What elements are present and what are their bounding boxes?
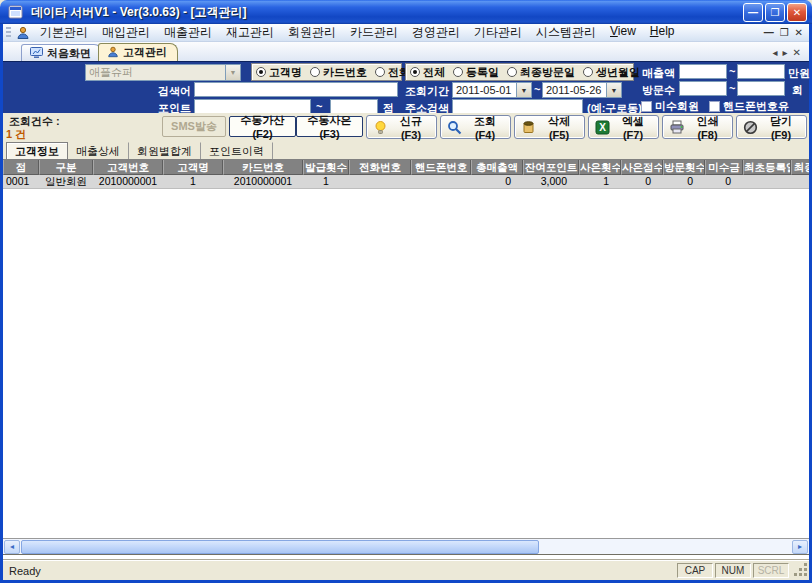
menu-item[interactable]: 시스템관리 xyxy=(529,23,603,42)
menu-item[interactable]: 매출관리 xyxy=(157,23,219,42)
column-header[interactable]: 미수금 xyxy=(705,160,743,175)
menu-item[interactable]: View xyxy=(603,23,643,42)
column-header[interactable]: 핸드폰번호 xyxy=(411,160,471,175)
tab-close-button[interactable]: ✕ xyxy=(793,47,801,58)
scroll-right-icon[interactable]: ▸ xyxy=(792,540,808,554)
menu-item[interactable]: 매입관리 xyxy=(95,23,157,42)
checkbox-label: 핸드폰번호유 xyxy=(723,99,789,114)
menu-item[interactable]: 기타관리 xyxy=(467,23,529,42)
column-header[interactable]: 최종방문일 xyxy=(791,160,809,175)
store-select-value: 애플슈퍼 xyxy=(86,65,225,80)
mdi-minimize-button[interactable]: — xyxy=(764,26,774,40)
visits-to-input[interactable] xyxy=(737,81,785,96)
detail-tab[interactable]: 매출상세 xyxy=(68,142,129,159)
column-header[interactable]: 고객명 xyxy=(163,160,223,175)
toolbar-button-4[interactable]: 신규(F3) xyxy=(366,115,437,139)
title-bar[interactable]: 데이타 서버V1 - Ver(3.0.63) - [고객관리] — ❐ ✕ xyxy=(0,0,812,24)
chevron-down-icon[interactable]: ▼ xyxy=(516,83,531,97)
filter-checkbox-item[interactable]: 핸드폰번호유 xyxy=(709,99,789,114)
minimize-button[interactable]: — xyxy=(743,3,763,22)
toolbar-button-2[interactable]: 수동가산(F2) xyxy=(229,116,296,137)
period-type-radio-option[interactable]: 등록일 xyxy=(453,65,499,80)
toolbar-button-label: 인쇄(F8) xyxy=(689,114,726,141)
column-header[interactable]: 총매출액 xyxy=(471,160,523,175)
toolbar-button-6[interactable]: 삭제(F5) xyxy=(514,115,585,139)
visits-from-input[interactable] xyxy=(679,81,727,96)
date-to-select[interactable]: 2011-05-26 ▼ xyxy=(542,82,622,98)
column-header[interactable]: 방문횟수 xyxy=(663,160,705,175)
column-header[interactable]: 카드번호 xyxy=(223,160,303,175)
date-from-select[interactable]: 2011-05-01 ▼ xyxy=(452,82,532,98)
point-to-input[interactable] xyxy=(330,99,378,114)
horizontal-scrollbar[interactable]: ◂ ▸ xyxy=(3,538,809,554)
toolbar-button-7[interactable]: X엑셀(F7) xyxy=(588,115,659,139)
menu-item[interactable]: 카드관리 xyxy=(343,23,405,42)
chevron-down-icon[interactable]: ▼ xyxy=(606,83,621,97)
detail-tab[interactable]: 포인트이력 xyxy=(201,142,273,159)
resize-grip[interactable] xyxy=(795,563,809,579)
column-header[interactable]: 사은횟수 xyxy=(579,160,621,175)
toolbar-button-label: 조회(F4) xyxy=(466,114,504,141)
checkbox-icon[interactable] xyxy=(709,101,720,112)
toolbar-button-9[interactable]: 닫기(F9) xyxy=(736,115,807,139)
period-type-radio-option[interactable]: 전체 xyxy=(410,65,445,80)
toolbar-button-8[interactable]: 인쇄(F8) xyxy=(662,115,733,139)
toolbar-button-1: SMS발송 xyxy=(162,116,226,137)
menu-item[interactable]: 기본관리 xyxy=(33,23,95,42)
sales-to-input[interactable] xyxy=(737,64,785,79)
person-icon xyxy=(16,26,30,40)
excel-icon: X xyxy=(595,120,610,135)
checkbox-icon[interactable] xyxy=(641,101,652,112)
column-header[interactable]: 점 xyxy=(3,160,39,175)
menu-item[interactable]: 재고관리 xyxy=(219,23,281,42)
status-message: Ready xyxy=(3,565,677,577)
toolbar-button-5[interactable]: 조회(F4) xyxy=(440,115,511,139)
table-cell: 0 xyxy=(471,175,523,188)
close-button[interactable]: ✕ xyxy=(787,3,807,22)
scrollbar-thumb[interactable] xyxy=(21,540,539,554)
menu-item[interactable]: 회원관리 xyxy=(281,23,343,42)
address-search-input[interactable] xyxy=(452,99,583,114)
radio-icon xyxy=(507,67,517,77)
menu-item[interactable]: Help xyxy=(643,23,682,42)
mdi-tab-bar: 처음화면 고객관리 ◂ ▸ ✕ xyxy=(3,42,809,61)
column-header[interactable]: 잔여포인트 xyxy=(523,160,579,175)
column-header[interactable]: 사은점수 xyxy=(621,160,663,175)
detail-tab[interactable]: 고객정보 xyxy=(6,142,68,159)
detail-tab[interactable]: 회원별합계 xyxy=(129,142,201,159)
mdi-restore-button[interactable]: ❐ xyxy=(780,26,789,40)
tab-scroll-right-button[interactable]: ▸ xyxy=(783,47,788,58)
period-type-radio-option[interactable]: 생년월일 xyxy=(583,65,640,80)
tab-home[interactable]: 처음화면 xyxy=(21,44,102,61)
status-indicator-cap: CAP xyxy=(677,563,713,578)
search-type-radio-label: 고객명 xyxy=(269,65,302,80)
search-type-radio-option[interactable]: 고객명 xyxy=(256,65,302,80)
menu-item[interactable]: 경영관리 xyxy=(405,23,467,42)
column-header[interactable]: 발급횟수 xyxy=(303,160,349,175)
column-header[interactable]: 전화번호 xyxy=(349,160,411,175)
window-frame: 기본관리매입관리매출관리재고관리회원관리카드관리경영관리기타관리시스템관리Vie… xyxy=(0,24,812,583)
toolbar-button-3[interactable]: 수동사은(F3) xyxy=(296,116,363,137)
table-cell: 0 xyxy=(663,175,705,188)
toolbar-button-label: 삭제(F5) xyxy=(540,114,578,141)
point-from-input[interactable] xyxy=(194,99,311,114)
print-icon xyxy=(669,120,685,135)
table-row[interactable]: 0001일반회원201000000112010000001103,0001000 xyxy=(3,175,809,189)
search-type-radio-option[interactable]: 카드번호 xyxy=(310,65,367,80)
mdi-close-button[interactable]: ✕ xyxy=(795,26,803,40)
menu-items: 기본관리매입관리매출관리재고관리회원관리카드관리경영관리기타관리시스템관리Vie… xyxy=(33,23,682,42)
table-cell xyxy=(743,175,791,188)
column-header[interactable]: 고객번호 xyxy=(93,160,163,175)
svg-text:X: X xyxy=(599,122,606,133)
restore-button[interactable]: ❐ xyxy=(765,3,785,22)
sales-from-input[interactable] xyxy=(679,64,727,79)
tab-scroll-left-button[interactable]: ◂ xyxy=(773,47,778,58)
tab-customer-management[interactable]: 고객관리 xyxy=(98,43,178,61)
filter-checkbox-item[interactable]: 미수회원 xyxy=(641,99,699,114)
search-keyword-input[interactable] xyxy=(194,82,398,97)
period-type-radio-option[interactable]: 최종방문일 xyxy=(507,65,575,80)
scroll-left-icon[interactable]: ◂ xyxy=(4,540,20,554)
column-header[interactable]: 최초등록일 xyxy=(743,160,791,175)
toolbar-button-label: SMS발송 xyxy=(171,119,217,134)
column-header[interactable]: 구분 xyxy=(39,160,93,175)
